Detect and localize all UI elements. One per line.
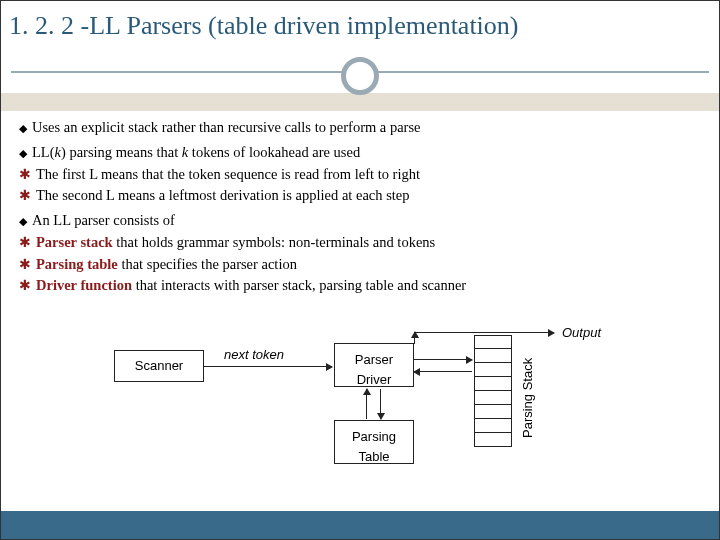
star-bullet-icon: ✱	[19, 185, 31, 206]
diamond-bullet-icon: ◆	[19, 145, 27, 162]
parser-driver-box: Parser Driver	[334, 343, 414, 387]
parsing-stack-label: Parsing Stack	[518, 353, 534, 443]
table-label-2: Table	[339, 447, 409, 467]
sub-bullet-head: Parser stack	[36, 234, 113, 250]
star-bullet-icon: ✱	[19, 232, 31, 253]
star-bullet-icon: ✱	[19, 275, 31, 296]
slide-title: 1. 2. 2 -LL Parsers (table driven implem…	[1, 1, 719, 45]
sub-bullet-rest: that interacts with parser stack, parsin…	[132, 277, 466, 293]
stack-cell	[474, 363, 512, 377]
bullet-text: An LL parser consists of	[32, 212, 175, 228]
arrow-table-to-driver	[366, 389, 367, 419]
sub-bullet-item: ✱The second L means a leftmost derivatio…	[19, 185, 709, 207]
driver-label-2: Driver	[339, 370, 409, 390]
bullet-item: ◆An LL parser consists of ✱Parser stack …	[19, 210, 709, 297]
arrow-stack-to-driver	[414, 371, 472, 372]
stack-cell	[474, 433, 512, 447]
sub-bullet-item: ✱The first L means that the token sequen…	[19, 164, 709, 186]
sub-bullet-head: Parsing table	[36, 256, 118, 272]
star-bullet-icon: ✱	[19, 254, 31, 275]
sub-bullet-text: The first L means that the token sequenc…	[36, 166, 420, 182]
sub-bullet-item: ✱Parser stack that holds grammar symbols…	[19, 232, 709, 254]
arrow-driver-to-table	[380, 389, 381, 419]
next-token-label: next token	[224, 345, 284, 365]
slide: 1. 2. 2 -LL Parsers (table driven implem…	[0, 0, 720, 540]
sub-bullet-head: Driver function	[36, 277, 132, 293]
bullet-item: ◆Uses an explicit stack rather than recu…	[19, 117, 709, 139]
stack-cell	[474, 391, 512, 405]
arrow-scanner-to-driver	[204, 366, 332, 367]
diamond-bullet-icon: ◆	[19, 213, 27, 230]
sub-bullet-item: ✱Driver function that interacts with par…	[19, 275, 709, 297]
sub-bullet-item: ✱Parsing table that specifies the parser…	[19, 254, 709, 276]
sub-bullet-rest: that holds grammar symbols: non-terminal…	[113, 234, 436, 250]
divider-circle-icon	[341, 57, 379, 95]
table-label-1: Parsing	[339, 427, 409, 447]
bullet-item: ◆LL(k) parsing means that k tokens of lo…	[19, 142, 709, 207]
accent-bar	[1, 93, 719, 111]
bullet-text: LL(k) parsing means that k tokens of loo…	[32, 144, 360, 160]
driver-label-1: Parser	[339, 350, 409, 370]
output-label: Output	[562, 323, 601, 343]
parsing-table-box: Parsing Table	[334, 420, 414, 464]
sub-bullet-rest: that specifies the parser action	[118, 256, 297, 272]
star-bullet-icon: ✱	[19, 164, 31, 185]
content-area: ◆Uses an explicit stack rather than recu…	[1, 111, 719, 470]
parsing-stack-graphic	[474, 335, 512, 455]
footer-bar	[1, 511, 719, 539]
arrow-driver-to-stack	[414, 359, 472, 360]
stack-cell	[474, 405, 512, 419]
diamond-bullet-icon: ◆	[19, 120, 27, 137]
stack-cell	[474, 377, 512, 391]
architecture-diagram: Scanner Parser Driver Parsing Table Pars…	[104, 315, 624, 470]
title-divider	[1, 45, 719, 93]
scanner-box: Scanner	[114, 350, 204, 382]
stack-cell	[474, 349, 512, 363]
arrow-driver-to-output	[414, 332, 554, 333]
sub-bullet-text: The second L means a leftmost derivation…	[36, 187, 410, 203]
stack-cell	[474, 335, 512, 349]
bullet-text: Uses an explicit stack rather than recur…	[32, 119, 421, 135]
arrow-driver-output-corner	[414, 332, 415, 344]
stack-cell	[474, 419, 512, 433]
